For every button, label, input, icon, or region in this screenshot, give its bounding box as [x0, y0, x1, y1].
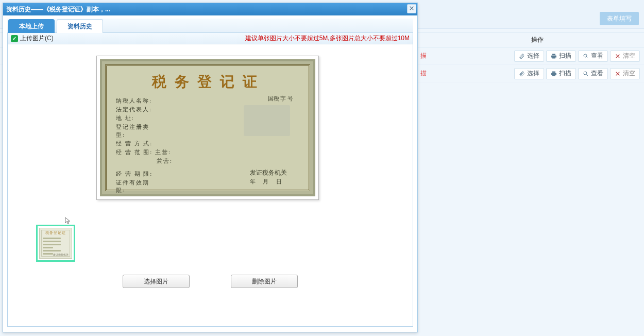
select-button[interactable]: 选择 — [514, 68, 544, 79]
dialog-title: 资料历史——《税务登记证》副本，... — [6, 5, 110, 14]
cursor-icon — [64, 215, 72, 226]
preview-area: 税务登记证 国税 字 号 纳税人名称: 法定代表人: 地 址: 登记注册类型: … — [8, 44, 413, 326]
delete-image-button[interactable]: 删除图片 — [231, 275, 298, 288]
form-fill-button[interactable]: 表单填写 — [600, 12, 639, 25]
select-button[interactable]: 选择 — [514, 51, 544, 62]
cert-date: 年 月 日 — [250, 178, 285, 186]
thumbnail-image: 税务登记证 发证税务机关 — [39, 228, 72, 259]
cert-subright: 国税 字 号 — [268, 95, 294, 103]
select-label: 选择 — [527, 69, 539, 78]
clear-button[interactable]: 清空 — [610, 68, 640, 79]
dialog-title-bar[interactable]: 资料历史——《税务登记证》副本，... — [3, 3, 417, 15]
cert-legal-label: 法定代表人: — [116, 106, 156, 113]
tab-history[interactable]: 资料历史 — [57, 19, 103, 33]
clear-label: 清空 — [623, 52, 635, 60]
cert-period-label: 经 营 期 限: — [116, 170, 156, 178]
select-label: 选择 — [527, 52, 539, 60]
choose-image-button[interactable]: 选择图片 — [123, 275, 190, 288]
close-icon — [615, 71, 621, 77]
dialog: 资料历史——《税务登记证》副本，... 本地上传 资料历史 ✓ 上传图片(C) … — [3, 3, 418, 332]
cert-regtype-label: 登记注册类型: — [116, 123, 156, 139]
search-icon — [583, 71, 589, 77]
close-icon — [615, 53, 621, 59]
cert-tape — [244, 105, 290, 136]
upload-label[interactable]: 上传图片(C) — [20, 34, 54, 43]
cert-scope2-label: 兼营: — [116, 157, 173, 165]
scan-button[interactable]: 扫描 — [546, 68, 576, 79]
printer-icon — [551, 53, 557, 59]
tabs: 本地上传 资料历史 — [7, 19, 413, 33]
view-button[interactable]: 查看 — [578, 68, 608, 79]
mini-issuer: 发证税务机关 — [53, 253, 69, 256]
clear-button[interactable]: 清空 — [610, 51, 640, 62]
cert-title: 税务登记证 — [116, 72, 301, 92]
tab-local-upload[interactable]: 本地上传 — [8, 19, 55, 33]
svg-point-0 — [584, 54, 587, 57]
dialog-body: 本地上传 资料历史 ✓ 上传图片(C) 建议单张图片大小不要超过5M,多张图片总… — [3, 15, 417, 331]
cert-bizmode-label: 经 营 方 式: — [116, 140, 156, 147]
svg-point-1 — [584, 72, 587, 75]
cert-issuer: 发证税务机关 — [250, 169, 287, 177]
cert-scope-label: 经 营 范 围: 主营: — [116, 148, 173, 156]
mini-title: 税务登记证 — [40, 228, 72, 236]
tab-content: ✓ 上传图片(C) 建议单张图片大小不要超过5M,多张图片总大小不要超过10M … — [7, 33, 413, 327]
col-ops: 操作 — [431, 36, 644, 44]
paperclip-icon — [519, 71, 525, 77]
scan-button[interactable]: 扫描 — [546, 51, 576, 62]
search-icon — [583, 53, 589, 59]
printer-icon — [551, 71, 557, 77]
check-icon: ✓ — [11, 35, 18, 42]
dialog-close-button[interactable] — [407, 4, 416, 13]
view-label: 查看 — [591, 52, 603, 60]
clear-label: 清空 — [623, 69, 635, 78]
cert-taxpayer-label: 纳税人名称: — [116, 97, 156, 105]
certificate: 税务登记证 国税 字 号 纳税人名称: 法定代表人: 地 址: 登记注册类型: … — [100, 59, 315, 196]
view-button[interactable]: 查看 — [578, 51, 608, 62]
cert-validity-label: 证件有效期限: — [116, 179, 156, 194]
thumbnail[interactable]: 税务登记证 发证税务机关 — [36, 225, 75, 262]
cert-address-label: 地 址: — [116, 114, 156, 122]
bottom-buttons: 选择图片 删除图片 — [8, 275, 413, 288]
image-preview[interactable]: 税务登记证 国税 字 号 纳税人名称: 法定代表人: 地 址: 登记注册类型: … — [96, 56, 319, 200]
upload-hint: 建议单张图片大小不要超过5M,多张图片总大小不要超过10M — [245, 34, 410, 43]
view-label: 查看 — [591, 69, 603, 78]
upload-bar: ✓ 上传图片(C) 建议单张图片大小不要超过5M,多张图片总大小不要超过10M — [8, 33, 413, 44]
paperclip-icon — [519, 53, 525, 59]
scan-label: 扫描 — [559, 69, 571, 78]
scan-label: 扫描 — [559, 52, 571, 60]
close-icon — [409, 5, 414, 12]
